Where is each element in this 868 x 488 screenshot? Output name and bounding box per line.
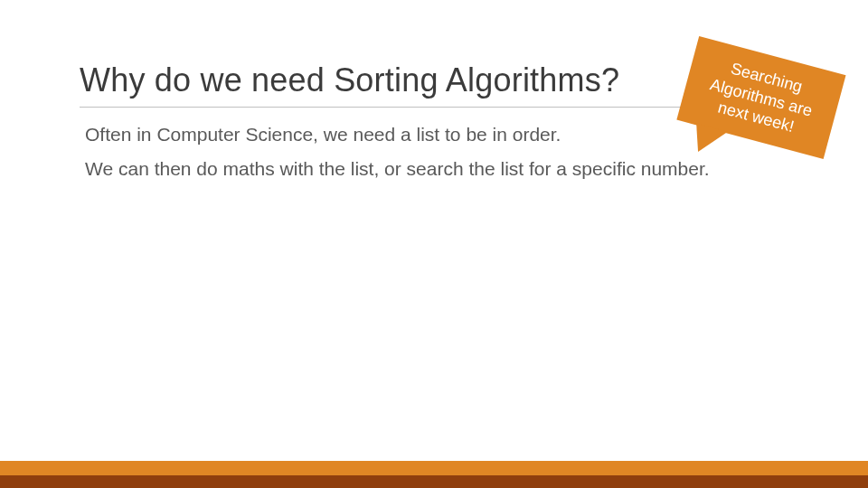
slide-body: Often in Computer Science, we need a lis… <box>80 122 788 183</box>
body-paragraph: Often in Computer Science, we need a lis… <box>85 122 752 147</box>
footer-bar <box>0 461 868 488</box>
footer-bar-orange <box>0 461 868 475</box>
callout: Searching Algorithms are next week! <box>677 36 846 159</box>
body-paragraph: We can then do maths with the list, or s… <box>85 156 752 182</box>
callout-box: Searching Algorithms are next week! <box>677 36 846 159</box>
callout-text: Searching Algorithms are next week! <box>708 60 814 136</box>
footer-bar-brown <box>0 475 868 488</box>
slide: Why do we need Sorting Algorithms? Often… <box>0 0 868 488</box>
